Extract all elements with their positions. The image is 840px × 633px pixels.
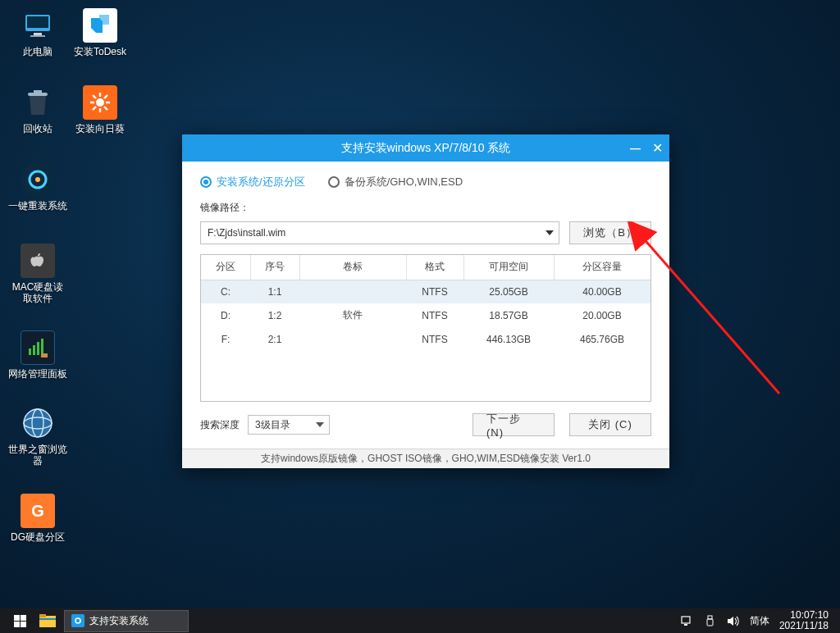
cell-fmt: NTFS — [406, 327, 463, 351]
cell-free: 446.13GB — [463, 327, 554, 351]
svg-rect-28 — [39, 616, 56, 627]
desktop-icon-todesk[interactable]: 安装ToDesk — [71, 8, 130, 57]
desktop-icon-network-panel[interactable]: 网络管理面板 — [8, 330, 67, 380]
titlebar[interactable]: 支持安装windows XP/7/8/10 系统 — ✕ — [182, 134, 669, 162]
desktop-icon-label: 一键重装系统 — [8, 200, 67, 212]
cell-part: C: — [201, 280, 250, 303]
cell-cap: 20.00GB — [554, 303, 651, 327]
svg-rect-2 — [34, 33, 42, 35]
svg-rect-8 — [29, 348, 31, 355]
svg-point-7 — [35, 177, 40, 182]
svg-rect-10 — [37, 342, 39, 355]
cell-vol — [299, 327, 406, 351]
radio-label: 备份系统/GHO,WIN,ESD — [345, 175, 463, 189]
windows-icon — [14, 615, 26, 627]
close-dialog-button[interactable]: 关闭 (C) — [569, 413, 651, 436]
svg-rect-35 — [707, 619, 713, 626]
search-depth-select[interactable]: 3级目录 — [248, 415, 330, 435]
installer-window: 支持安装windows XP/7/8/10 系统 — ✕ 安装系统/还原分区 备… — [182, 134, 669, 468]
svg-rect-9 — [33, 345, 35, 355]
desktop-icon-label: 回收站 — [8, 123, 67, 134]
th-cap: 分区容量 — [554, 255, 651, 280]
radio-backup[interactable]: 备份系统/GHO,WIN,ESD — [328, 175, 463, 189]
desktop-icon-label: 安装向日葵 — [71, 123, 130, 134]
gear-icon — [21, 162, 55, 197]
svg-point-31 — [75, 618, 80, 623]
next-button[interactable]: 下一步 (N) — [472, 413, 555, 436]
ime-indicator[interactable]: 简体 — [750, 614, 769, 628]
usb-tray-icon[interactable] — [704, 614, 717, 627]
volume-tray-icon[interactable] — [727, 614, 740, 627]
desktop-icon-dg[interactable]: G DG硬盘分区 — [8, 494, 67, 543]
svg-line-23 — [93, 95, 96, 98]
desktop-icon-browser[interactable]: 世界之窗浏览器 — [8, 406, 67, 467]
table-header-row: 分区 序号 卷标 格式 可用空间 分区容量 — [201, 255, 651, 280]
desktop-icon-label: 网络管理面板 — [8, 368, 67, 380]
status-bar: 支持windows原版镜像，GHOST ISO镜像，GHO,WIM,ESD镜像安… — [182, 449, 669, 468]
chevron-down-icon — [316, 422, 324, 427]
cell-idx: 1:2 — [250, 303, 299, 327]
disk-partition-icon: G — [21, 494, 55, 528]
todesk-icon — [83, 8, 117, 43]
svg-rect-34 — [708, 616, 712, 619]
svg-rect-33 — [684, 624, 687, 626]
th-fmt: 格式 — [406, 255, 463, 280]
desktop-icon-recycle-bin[interactable]: 回收站 — [8, 85, 67, 134]
monitor-icon — [21, 8, 55, 43]
image-path-select[interactable]: F:\Zjds\install.wim — [200, 221, 559, 244]
gear-icon — [71, 614, 84, 627]
svg-line-24 — [104, 107, 107, 110]
sunflower-icon — [83, 85, 117, 120]
desktop-icon-label: 安装ToDesk — [71, 46, 130, 57]
svg-rect-11 — [41, 339, 43, 355]
clock[interactable]: 10:07:10 2021/11/18 — [779, 610, 829, 631]
taskbar: 支持安装系统 简体 10:07:10 2021/11/18 — [0, 608, 840, 633]
svg-rect-17 — [99, 15, 109, 25]
desktop-icon-this-pc[interactable]: 此电脑 — [8, 8, 67, 57]
cell-part: F: — [201, 327, 250, 351]
svg-rect-29 — [39, 614, 46, 617]
desktop-icon-label: 此电脑 — [8, 46, 67, 57]
taskbar-file-explorer[interactable] — [34, 608, 61, 633]
cell-vol: 软件 — [299, 303, 406, 327]
radio-dot-icon — [200, 176, 212, 188]
desktop-icon-label: 世界之窗浏览器 — [8, 444, 67, 467]
desktop-icon-label: DG硬盘分区 — [8, 531, 67, 543]
table-row[interactable]: F:2:1NTFS446.13GB465.76GB — [201, 327, 651, 351]
image-path-value: F:\Zjds\install.wim — [208, 227, 285, 239]
svg-line-26 — [104, 95, 107, 98]
image-path-label: 镜像路径： — [200, 201, 651, 215]
cell-idx: 2:1 — [250, 327, 299, 351]
svg-rect-4 — [28, 93, 48, 96]
system-tray: 简体 10:07:10 2021/11/18 — [681, 610, 835, 631]
table-row[interactable]: C:1:1NTFS25.05GB40.00GB — [201, 280, 651, 303]
svg-rect-30 — [39, 618, 56, 620]
cell-free: 25.05GB — [463, 280, 554, 303]
window-title: 支持安装windows XP/7/8/10 系统 — [341, 141, 511, 156]
start-button[interactable] — [5, 608, 34, 633]
close-button[interactable]: ✕ — [652, 142, 663, 155]
globe-icon — [21, 406, 55, 440]
desktop-icon-mac-disk[interactable]: MAC硬盘读取软件 — [8, 244, 67, 304]
search-depth-value: 3级目录 — [255, 418, 290, 432]
mode-radio-group: 安装系统/还原分区 备份系统/GHO,WIN,ESD — [200, 175, 651, 189]
table-row[interactable]: D:1:2软件NTFS18.57GB20.00GB — [201, 303, 651, 327]
minimize-button[interactable]: — — [630, 143, 641, 153]
cell-free: 18.57GB — [463, 303, 554, 327]
desktop-icon-sunlogin[interactable]: 安装向日葵 — [71, 85, 130, 134]
taskbar-app-button[interactable]: 支持安装系统 — [64, 610, 189, 632]
cell-cap: 465.76GB — [554, 327, 651, 351]
browse-button[interactable]: 浏览（B） — [569, 221, 651, 244]
radio-install[interactable]: 安装系统/还原分区 — [200, 175, 305, 189]
cell-fmt: NTFS — [406, 303, 463, 327]
partition-table: 分区 序号 卷标 格式 可用空间 分区容量 C:1:1NTFS25.05GB40… — [200, 254, 651, 402]
radio-label: 安装系统/还原分区 — [217, 175, 305, 189]
desktop-icon-reinstall[interactable]: 一键重装系统 — [8, 162, 67, 212]
radio-dot-icon — [328, 176, 340, 188]
cell-fmt: NTFS — [406, 280, 463, 303]
network-icon — [21, 330, 55, 365]
desktop-icon-label: MAC硬盘读取软件 — [8, 281, 67, 304]
cell-vol — [299, 280, 406, 303]
network-tray-icon[interactable] — [681, 614, 694, 627]
th-part: 分区 — [201, 255, 250, 280]
